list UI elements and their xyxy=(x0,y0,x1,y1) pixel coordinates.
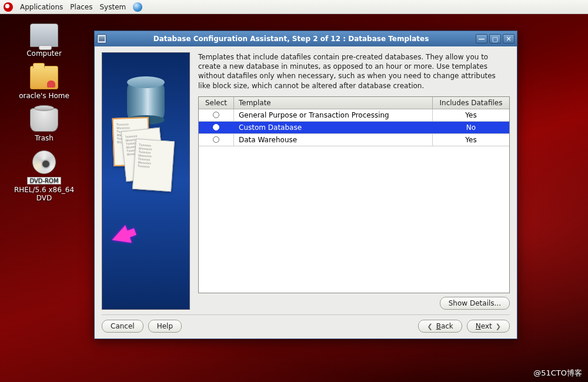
row-includes-cell: Yes xyxy=(433,134,509,146)
top-taskbar: Applications Places System xyxy=(0,0,588,14)
window-close-button[interactable]: ✕ xyxy=(503,34,514,43)
next-button[interactable]: Next ❯ xyxy=(467,320,510,333)
wizard-footer: Cancel Help ❮ Back Next ❯ xyxy=(102,314,510,333)
database-cylinder-icon xyxy=(127,82,165,120)
window-minimize-button[interactable]: — xyxy=(476,34,487,43)
window-app-icon xyxy=(97,34,106,43)
browser-launcher-icon[interactable] xyxy=(133,2,142,12)
home-folder-icon xyxy=(30,66,58,89)
desktop-icon-label: RHEL/5.6 x86_64 DVD xyxy=(12,186,76,202)
back-button[interactable]: ❮ Back xyxy=(418,320,462,333)
trash-icon xyxy=(30,108,58,132)
templates-table: Select Template Includes Datafiles Gener… xyxy=(198,96,510,293)
desktop-icons: Computer oracle's Home Trash DVD-ROM RHE… xyxy=(12,24,76,202)
wizard-illustration: TxxxxxxWxxxxxxTxxxxxxWxxxxxxTxxxxxxWxxxx… xyxy=(102,52,190,310)
show-details-button[interactable]: Show Details... xyxy=(440,297,510,310)
arrow-icon xyxy=(102,225,132,252)
menu-system[interactable]: System xyxy=(99,3,126,11)
table-row[interactable]: Data WarehouseYes xyxy=(199,134,509,146)
table-row[interactable]: General Purpose or Transaction Processin… xyxy=(199,109,509,122)
cancel-button[interactable]: Cancel xyxy=(102,320,143,333)
redhat-logo-icon xyxy=(4,2,13,12)
desktop-icon-dvd[interactable]: DVD-ROM RHEL/5.6 x86_64 DVD xyxy=(12,150,76,202)
desktop-icon-trash[interactable]: Trash xyxy=(12,108,76,142)
template-radio[interactable] xyxy=(213,136,219,143)
desktop-icon-label: oracle's Home xyxy=(12,92,76,100)
template-radio[interactable] xyxy=(213,124,219,130)
table-header: Select Template Includes Datafiles xyxy=(199,97,509,109)
template-page-icon: TxxxxxxWxxxxxxTxxxxxxWxxxxxxTxxxxxxWxxxx… xyxy=(132,139,175,192)
col-includes: Includes Datafiles xyxy=(433,97,509,109)
row-includes-cell: No xyxy=(433,122,509,133)
menu-applications[interactable]: Applications xyxy=(20,3,63,11)
row-template-cell: Data Warehouse xyxy=(234,134,433,146)
table-row[interactable]: Custom DatabaseNo xyxy=(199,122,509,134)
desktop-icon-label: Computer xyxy=(12,49,76,58)
row-includes-cell: Yes xyxy=(433,109,509,121)
computer-icon xyxy=(30,24,58,47)
row-template-cell: General Purpose or Transaction Processin… xyxy=(234,109,433,121)
window-title: Database Configuration Assistant, Step 2… xyxy=(110,35,472,43)
col-select: Select xyxy=(199,97,234,109)
dvd-tag: DVD-ROM xyxy=(27,177,61,185)
desktop-icon-computer[interactable]: Computer xyxy=(12,24,76,58)
help-button[interactable]: Help xyxy=(148,320,182,333)
menu-places[interactable]: Places xyxy=(70,3,92,11)
window-titlebar[interactable]: Database Configuration Assistant, Step 2… xyxy=(95,31,517,46)
window-maximize-button[interactable]: ▢ xyxy=(489,34,501,43)
row-template-cell: Custom Database xyxy=(234,122,433,133)
col-template: Template xyxy=(234,97,433,109)
template-radio[interactable] xyxy=(213,112,219,118)
row-select-cell[interactable] xyxy=(199,134,234,146)
dvd-icon xyxy=(32,150,56,174)
chevron-right-icon: ❯ xyxy=(496,323,501,330)
step-description: Templates that include datafiles contain… xyxy=(198,52,510,91)
watermark: @51CTO博客 xyxy=(533,368,582,378)
row-select-cell[interactable] xyxy=(199,109,234,121)
desktop-icon-home[interactable]: oracle's Home xyxy=(12,66,76,100)
desktop-icon-label: Trash xyxy=(12,134,76,142)
dbca-window: Database Configuration Assistant, Step 2… xyxy=(94,31,517,339)
chevron-left-icon: ❮ xyxy=(427,323,432,330)
wizard-content-pane: Templates that include datafiles contain… xyxy=(198,52,510,310)
window-body: TxxxxxxWxxxxxxTxxxxxxWxxxxxxTxxxxxxWxxxx… xyxy=(95,46,517,339)
row-select-cell[interactable] xyxy=(199,122,234,133)
